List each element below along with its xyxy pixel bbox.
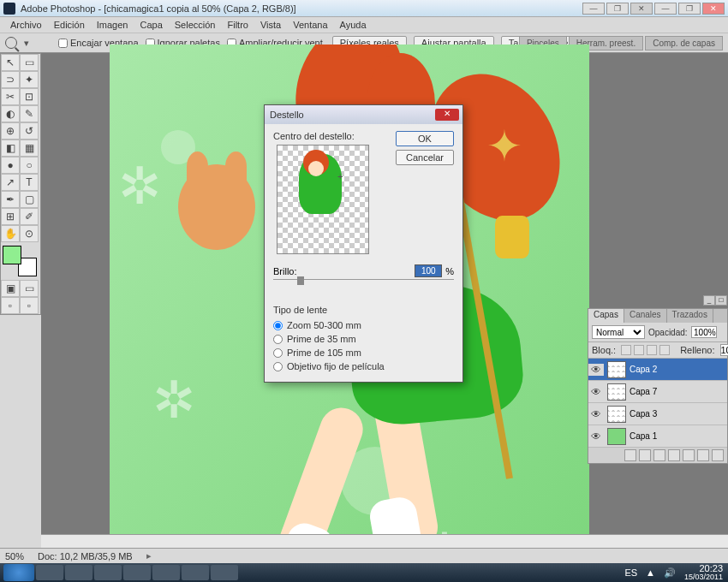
delete-layer-icon[interactable] [712, 449, 724, 461]
dodge-tool[interactable]: ○ [20, 157, 39, 174]
eraser-tool[interactable]: ◧ [1, 140, 20, 157]
layer-row[interactable]: 👁 Capa 3 [588, 403, 727, 425]
dialog-close-button[interactable]: ✕ [435, 109, 459, 121]
menu-edicion[interactable]: Edición [49, 18, 90, 32]
color-swatches[interactable] [3, 246, 40, 276]
path-tool[interactable]: ↗ [1, 174, 20, 191]
heal-tool[interactable]: ◐ [1, 105, 20, 122]
close-button[interactable]: ✕ [630, 3, 653, 15]
doc-close-button[interactable]: ✕ [702, 3, 725, 15]
screen-full[interactable]: ▫ [20, 297, 39, 314]
lock-all-icon[interactable] [659, 345, 670, 355]
notes-tool[interactable]: ⊞ [1, 208, 20, 225]
menu-filtro[interactable]: Filtro [222, 18, 253, 32]
taskbar-app-icon[interactable] [152, 565, 180, 580]
visibility-icon[interactable]: 👁 [588, 386, 604, 398]
tray-flag-icon[interactable]: ▲ [646, 567, 655, 578]
paths-tab[interactable]: Trazados [667, 309, 713, 323]
layer-thumbnail[interactable] [607, 361, 626, 378]
menu-archivo[interactable]: Archivo [5, 18, 47, 32]
crop-tool[interactable]: ✂ [1, 88, 20, 105]
menu-seleccion[interactable]: Selección [170, 18, 221, 32]
restore-button[interactable]: ❐ [606, 3, 629, 15]
stamp-tool[interactable]: ⊕ [1, 122, 20, 140]
doc-restore-button[interactable]: ❐ [678, 3, 701, 15]
zoom-tool[interactable]: ⊙ [20, 225, 39, 242]
move-tool[interactable]: ↖ [1, 54, 20, 71]
layer-style-icon[interactable] [639, 449, 651, 461]
horizontal-scrollbar[interactable] [41, 534, 728, 548]
taskbar-media-icon[interactable] [94, 565, 122, 580]
lens-movie-radio[interactable]: Objetivo fijo de película [273, 361, 454, 371]
taskbar-explorer-icon[interactable] [65, 565, 92, 580]
flare-preview[interactable]: + [277, 145, 369, 254]
new-layer-icon[interactable] [697, 449, 709, 461]
opacity-input[interactable] [691, 326, 717, 338]
slice-tool[interactable]: ⊡ [20, 88, 39, 105]
layers-tab[interactable]: Capas [588, 309, 624, 323]
shape-tool[interactable]: ▢ [20, 191, 39, 208]
language-indicator[interactable]: ES [624, 567, 637, 578]
history-brush-tool[interactable]: ↺ [20, 122, 39, 140]
brush-tool[interactable]: ✎ [20, 105, 39, 122]
minimize-button[interactable]: — [582, 3, 605, 15]
layer-row[interactable]: 👁 Capa 2 [588, 359, 727, 381]
gradient-tool[interactable]: ▦ [20, 140, 39, 157]
doc-minimize-button[interactable]: — [654, 3, 677, 15]
type-tool[interactable]: T [20, 174, 39, 191]
zoom-level[interactable]: 50% [5, 551, 24, 561]
layer-comps-tab[interactable]: Comp. de capas [645, 36, 723, 50]
menu-imagen[interactable]: Imagen [92, 18, 134, 32]
brightness-input[interactable] [415, 264, 442, 277]
taskbar-photoshop-icon[interactable] [211, 565, 238, 580]
volume-icon[interactable]: 🔊 [664, 567, 676, 579]
foreground-color[interactable] [3, 246, 21, 264]
lock-position-icon[interactable] [647, 345, 657, 355]
blend-mode-select[interactable]: Normal [592, 325, 645, 339]
brightness-slider[interactable] [273, 279, 454, 291]
visibility-icon[interactable]: 👁 [588, 431, 604, 442]
lock-transparency-icon[interactable] [621, 345, 631, 355]
panel-min-button[interactable]: _ [703, 295, 715, 306]
layer-mask-icon[interactable] [653, 449, 665, 461]
screen-std[interactable]: ▫ [1, 297, 20, 314]
visibility-icon[interactable]: 👁 [588, 408, 604, 420]
clock-time[interactable]: 20:23 [684, 564, 723, 573]
menu-ventana[interactable]: Ventana [288, 18, 332, 32]
adjustment-layer-icon[interactable] [668, 449, 680, 461]
layer-thumbnail[interactable] [607, 383, 626, 401]
dialog-titlebar[interactable]: Destello ✕ [265, 105, 462, 124]
taskbar-ie-icon[interactable] [36, 565, 63, 580]
quickmask-tool[interactable]: ▣ [1, 280, 20, 297]
screenmode-tool[interactable]: ▭ [20, 280, 39, 297]
layer-thumbnail[interactable] [607, 406, 626, 423]
layer-thumbnail[interactable] [607, 428, 626, 445]
menu-capa[interactable]: Capa [134, 18, 167, 32]
lens-zoom-radio[interactable]: Zoom 50-300 mm [273, 320, 454, 330]
visibility-icon[interactable]: 👁 [588, 364, 604, 376]
layer-row[interactable]: 👁 Capa 1 [588, 425, 727, 448]
lock-pixels-icon[interactable] [634, 345, 644, 355]
zoom-tool-icon[interactable] [5, 37, 17, 49]
channels-tab[interactable]: Canales [624, 309, 667, 323]
ok-button[interactable]: OK [396, 131, 454, 146]
start-button[interactable] [3, 564, 34, 581]
fill-input[interactable] [720, 344, 729, 356]
clock-date[interactable]: 15/03/2011 [684, 573, 723, 581]
layer-row[interactable]: 👁 Capa 7 [588, 381, 727, 403]
lasso-tool[interactable]: ⊃ [1, 71, 20, 88]
blur-tool[interactable]: ● [1, 157, 20, 174]
lens-105mm-radio[interactable]: Prime de 105 mm [273, 347, 454, 358]
menu-ayuda[interactable]: Ayuda [335, 18, 372, 32]
link-layers-icon[interactable] [624, 449, 636, 461]
wand-tool[interactable]: ✦ [20, 71, 39, 88]
menu-vista[interactable]: Vista [255, 18, 286, 32]
taskbar-chrome-icon[interactable] [182, 565, 209, 580]
panel-close-button[interactable]: □ [715, 295, 727, 306]
marquee-tool[interactable]: ▭ [20, 54, 39, 71]
hand-tool[interactable]: ✋ [1, 225, 20, 242]
group-icon[interactable] [683, 449, 695, 461]
cancel-button[interactable]: Cancelar [396, 150, 454, 165]
taskbar-app-icon[interactable] [123, 565, 151, 580]
lens-35mm-radio[interactable]: Prime de 35 mm [273, 334, 454, 344]
